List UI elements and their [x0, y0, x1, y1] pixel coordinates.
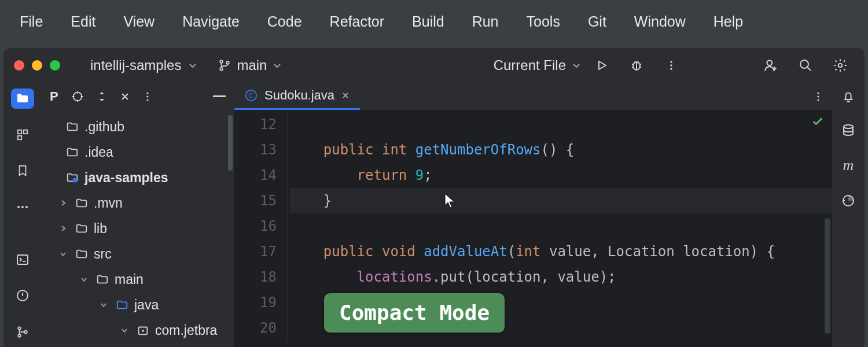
run-config-dropdown[interactable]: Current File: [494, 57, 581, 73]
line-number[interactable]: 12: [234, 112, 277, 137]
tree-item[interactable]: .github: [42, 114, 234, 139]
svg-point-6: [670, 68, 672, 70]
code-line[interactable]: public void addValueAt(int value, Locati…: [290, 239, 832, 264]
line-number[interactable]: 19: [234, 290, 277, 315]
editor: C Sudoku.java 121314151617181920 public …: [234, 83, 832, 347]
structure-tool-button[interactable]: [11, 125, 34, 145]
code-line[interactable]: }: [290, 188, 832, 213]
code-line[interactable]: public int getNumberOfRows() {: [290, 137, 832, 163]
svg-point-13: [17, 206, 20, 208]
debug-button[interactable]: [628, 57, 645, 73]
minimize-window-button[interactable]: [32, 60, 42, 71]
more-actions-button[interactable]: [663, 57, 679, 73]
menu-window[interactable]: Window: [620, 10, 700, 34]
bookmarks-tool-button[interactable]: [11, 161, 34, 181]
chevron-icon: [80, 275, 90, 283]
vcs-tool-button[interactable]: [11, 322, 34, 342]
tree-item-label: src: [94, 246, 112, 262]
warning-icon: [16, 289, 30, 302]
line-number[interactable]: 18: [234, 264, 277, 290]
code-line[interactable]: return 9;: [290, 163, 832, 188]
project-dropdown[interactable]: intellij-samples: [90, 57, 197, 73]
tree-item-label: java: [134, 297, 159, 313]
line-number[interactable]: 17: [234, 239, 277, 264]
tree-item[interactable]: java-samples: [42, 165, 234, 190]
git-icon: [16, 326, 29, 338]
hide-panel-button[interactable]: [213, 95, 226, 98]
person-add-icon: [763, 58, 778, 73]
menu-tools[interactable]: Tools: [513, 10, 574, 34]
tree-item[interactable]: lib: [42, 216, 234, 241]
project-tree[interactable]: .github.ideajava-samples.mvnlibsrcmainja…: [42, 110, 234, 346]
search-everywhere-button[interactable]: [797, 57, 814, 73]
tree-item[interactable]: java: [42, 292, 234, 318]
tree-item-label: .github: [84, 119, 124, 135]
line-number[interactable]: 13: [234, 137, 277, 163]
line-number[interactable]: 20: [234, 315, 277, 341]
tree-item[interactable]: .mvn: [42, 190, 234, 216]
terminal-tool-button[interactable]: [11, 249, 34, 270]
editor-tab[interactable]: C Sudoku.java: [234, 83, 360, 110]
folder-icon: [75, 222, 88, 235]
maximize-window-button[interactable]: [50, 60, 60, 71]
close-tab-button[interactable]: [341, 91, 350, 99]
expand-all-button[interactable]: [97, 90, 107, 103]
menu-edit[interactable]: Edit: [57, 10, 109, 34]
menu-build[interactable]: Build: [398, 10, 458, 34]
menu-code[interactable]: Code: [253, 10, 316, 34]
select-opened-file-button[interactable]: [71, 90, 84, 103]
editor-scrollbar[interactable]: [825, 218, 830, 334]
tree-item[interactable]: src: [42, 241, 234, 267]
code-line[interactable]: [290, 112, 832, 137]
code-line[interactable]: locations.put(location, value);: [290, 264, 832, 290]
minimize-icon: [213, 95, 226, 98]
more-tool-button[interactable]: [11, 197, 34, 217]
code-line[interactable]: [290, 213, 832, 239]
line-number[interactable]: 15: [234, 188, 277, 213]
left-tool-strip: [3, 83, 42, 347]
tree-item[interactable]: .idea: [42, 139, 234, 165]
svg-point-19: [18, 334, 21, 337]
right-tool-strip: m: [832, 83, 865, 347]
editor-tabbar: C Sudoku.java: [234, 83, 832, 110]
expand-icon: [97, 90, 107, 103]
database-tool-button[interactable]: [841, 123, 855, 137]
maven-tool-button[interactable]: m: [843, 157, 854, 174]
run-button[interactable]: [594, 57, 610, 73]
coverage-tool-button[interactable]: [841, 194, 855, 208]
code-area[interactable]: 121314151617181920 public int getNumberO…: [234, 110, 832, 341]
tree-item[interactable]: main: [42, 267, 234, 292]
bug-icon: [630, 58, 643, 72]
notifications-button[interactable]: [841, 90, 855, 104]
panel-options-button[interactable]: [143, 91, 152, 102]
menu-git[interactable]: Git: [574, 10, 620, 34]
menu-navigate[interactable]: Navigate: [168, 10, 253, 34]
play-icon: [595, 58, 609, 72]
tree-item[interactable]: com.jetbra: [42, 318, 234, 343]
collapse-all-button[interactable]: [120, 91, 130, 102]
tab-more-button[interactable]: [814, 91, 823, 102]
menu-run[interactable]: Run: [458, 10, 513, 34]
gutter[interactable]: 121314151617181920: [234, 110, 288, 341]
menu-refactor[interactable]: Refactor: [316, 10, 398, 34]
settings-button[interactable]: [832, 57, 848, 73]
git-branch-dropdown[interactable]: main: [218, 57, 282, 73]
line-number[interactable]: 16: [234, 213, 277, 239]
terminal-icon: [16, 253, 30, 267]
structure-icon: [16, 128, 29, 141]
tree-item-label: java-samples: [84, 170, 168, 186]
project-tool-button[interactable]: [11, 88, 34, 109]
line-number[interactable]: 14: [234, 163, 277, 188]
menu-file[interactable]: File: [6, 10, 57, 34]
code-with-me-button[interactable]: [763, 57, 779, 73]
menu-view[interactable]: View: [109, 10, 168, 34]
problems-tool-button[interactable]: [11, 286, 34, 306]
menu-help[interactable]: Help: [700, 10, 757, 34]
svg-rect-12: [18, 136, 21, 139]
os-menu-bar: File Edit View Navigate Code Refactor Bu…: [0, 0, 868, 43]
folder-icon: [66, 146, 79, 158]
project-name-label: intellij-samples: [90, 57, 181, 73]
panel-scrollbar[interactable]: [228, 115, 233, 171]
close-window-button[interactable]: [14, 60, 24, 71]
inspection-status[interactable]: [811, 115, 824, 128]
